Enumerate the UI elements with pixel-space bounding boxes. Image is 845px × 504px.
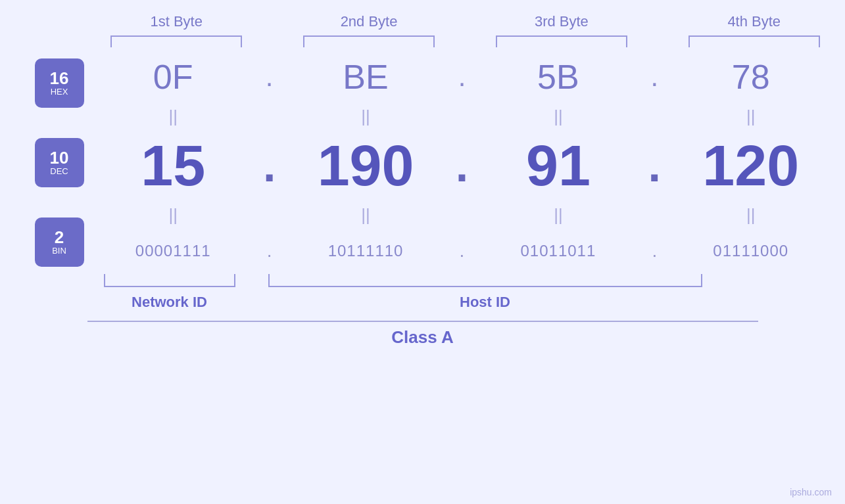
dec-val-4: 120 bbox=[685, 132, 817, 199]
hex-badge-label: HEX bbox=[51, 87, 68, 97]
bin-val-2: 10111110 bbox=[300, 242, 431, 260]
dec-val-3: 91 bbox=[493, 132, 624, 199]
dec-row: 15 . 190 . 91 . 120 bbox=[101, 129, 824, 202]
equals-row-2: || || || || bbox=[101, 202, 824, 228]
byte-header-1: 1st Byte bbox=[110, 13, 242, 30]
hex-val-2: BE bbox=[300, 57, 431, 97]
dec-val-1: 15 bbox=[107, 132, 239, 199]
bracket-top-1 bbox=[110, 35, 242, 47]
dec-badge-number: 10 bbox=[50, 149, 69, 166]
watermark: ipshu.com bbox=[790, 487, 832, 497]
bracket-bottom-network bbox=[104, 274, 235, 287]
dec-dot-3: . bbox=[648, 140, 661, 191]
hex-val-3: 5B bbox=[493, 57, 624, 97]
bracket-top-3 bbox=[496, 35, 627, 47]
network-id-label: Network ID bbox=[104, 294, 235, 311]
class-bracket-line bbox=[87, 321, 758, 322]
dec-dot-2: . bbox=[456, 140, 468, 191]
bin-val-1: 00001111 bbox=[107, 242, 239, 260]
bin-row: 00001111 . 10111110 . 01011011 . bbox=[101, 228, 824, 274]
main-container: 1st Byte 2nd Byte 3rd Byte 4th Byte 16 H… bbox=[0, 0, 845, 504]
byte-header-2: 2nd Byte bbox=[303, 13, 435, 30]
bin-val-3: 01011011 bbox=[493, 242, 624, 260]
bin-badge-label: BIN bbox=[52, 246, 66, 256]
hex-dot-2: . bbox=[458, 61, 466, 92]
dec-val-2: 190 bbox=[300, 132, 431, 199]
hex-badge: 16 HEX bbox=[35, 58, 84, 108]
hex-val-4: 78 bbox=[685, 57, 817, 97]
dec-badge: 10 DEC bbox=[35, 138, 84, 187]
byte-header-4: 4th Byte bbox=[688, 13, 820, 30]
hex-dot-3: . bbox=[650, 61, 658, 92]
hex-val-1: 0F bbox=[107, 57, 239, 97]
bin-val-4: 01111000 bbox=[685, 242, 817, 260]
dec-badge-label: DEC bbox=[50, 166, 68, 176]
bin-dot-3: . bbox=[652, 241, 657, 261]
bin-badge: 2 BIN bbox=[35, 218, 84, 267]
host-id-label: Host ID bbox=[268, 294, 702, 311]
bin-badge-number: 2 bbox=[55, 229, 64, 246]
hex-dot-1: . bbox=[266, 61, 274, 92]
dec-dot-1: . bbox=[263, 140, 276, 191]
class-a-label: Class A bbox=[87, 327, 758, 348]
bin-dot-1: . bbox=[267, 241, 272, 261]
bin-dot-2: . bbox=[460, 241, 465, 261]
bracket-top-2 bbox=[303, 35, 435, 47]
bracket-bottom-host bbox=[268, 274, 702, 287]
hex-badge-number: 16 bbox=[50, 70, 69, 87]
byte-header-3: 3rd Byte bbox=[496, 13, 627, 30]
hex-row: 0F . BE . 5B . 78 bbox=[101, 51, 824, 103]
bracket-top-4 bbox=[688, 35, 820, 47]
equals-row-1: || || || || bbox=[101, 103, 824, 129]
